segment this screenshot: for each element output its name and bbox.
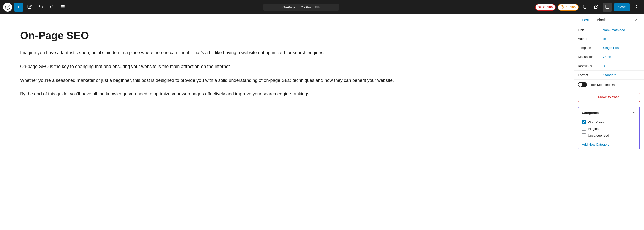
external-link-icon <box>594 5 598 10</box>
add-new-category-link[interactable]: Add New Category <box>578 141 639 149</box>
editor-area[interactable]: On-Page SEO Imagine you have a fantastic… <box>0 14 574 230</box>
toolbar-right: 7 / 100 0 / 100 <box>535 3 641 12</box>
readability-score-badge[interactable]: 0 / 100 <box>558 4 579 11</box>
lock-modified-date-toggle[interactable] <box>578 82 587 87</box>
tab-post[interactable]: Post <box>578 15 593 25</box>
paragraph-2[interactable]: On-page SEO is the key to changing that … <box>20 63 553 71</box>
more-options-button[interactable]: ⋮ <box>632 3 641 12</box>
main-area: On-Page SEO Imagine you have a fantastic… <box>0 14 644 230</box>
discussion-label: Discussion <box>578 55 603 59</box>
revisions-meta-row: Revisions 9 <box>574 61 644 71</box>
template-label: Template <box>578 46 603 50</box>
chevron-up-icon <box>632 110 636 115</box>
add-block-button[interactable]: + <box>14 3 23 12</box>
sidebar-icon <box>605 5 610 10</box>
seo-score-icon <box>538 5 542 9</box>
categories-list: WordPress Plugins Uncategorized <box>578 118 639 141</box>
author-label: Author <box>578 37 603 41</box>
post-body: Imagine you have a fantastic shop, but i… <box>20 49 553 98</box>
category-item-wordpress: WordPress <box>582 119 636 125</box>
readability-icon <box>561 5 564 9</box>
undo-button[interactable] <box>36 3 45 12</box>
view-button[interactable] <box>581 3 590 12</box>
paragraph-3[interactable]: Whether you’re a seasoned marketer or ju… <box>20 77 553 84</box>
svg-line-7 <box>596 5 598 7</box>
lock-modified-date-label: Lock Modified Date <box>589 83 617 87</box>
post-title-bar[interactable]: On-Page SEO · Post ⌘K <box>263 4 339 11</box>
svg-rect-8 <box>606 5 609 9</box>
template-value[interactable]: Single Posts <box>603 46 621 50</box>
link-value[interactable]: /rank-math-seo <box>603 28 625 32</box>
wp-logo[interactable] <box>3 3 12 12</box>
svg-rect-4 <box>583 5 587 8</box>
revisions-label: Revisions <box>578 64 603 68</box>
keyboard-shortcut: ⌘K <box>315 5 320 9</box>
paragraph-4[interactable]: By the end of this guide, you'll have al… <box>20 90 553 98</box>
edit-button[interactable] <box>25 3 34 12</box>
external-link-button[interactable] <box>592 3 601 12</box>
category-item-plugins: Plugins <box>582 125 636 132</box>
link-label: Link <box>578 28 603 32</box>
categories-section: Categories WordPress <box>578 107 640 149</box>
sidebar-tabs: Post Block <box>578 15 633 25</box>
undo-icon <box>38 4 43 10</box>
list-icon <box>61 4 65 10</box>
readability-score-text: 0 / 100 <box>566 5 576 9</box>
redo-icon <box>50 4 54 10</box>
save-button[interactable]: Save <box>614 3 630 11</box>
category-checkbox-plugins[interactable] <box>582 127 586 131</box>
sidebar-toggle-button[interactable] <box>603 3 612 12</box>
template-meta-row: Template Single Posts <box>574 43 644 52</box>
toolbar-center: On-Page SEO · Post ⌘K <box>69 4 533 11</box>
category-name-uncategorized: Uncategorized <box>588 134 609 137</box>
lock-modified-date-row: Lock Modified Date <box>574 80 644 90</box>
tab-block[interactable]: Block <box>593 15 610 25</box>
discussion-value[interactable]: Open <box>603 55 611 59</box>
seo-score-badge[interactable]: 7 / 100 <box>535 4 556 11</box>
category-name-wordpress: WordPress <box>588 120 604 124</box>
category-name-plugins: Plugins <box>588 127 599 131</box>
link-meta-row: Link /rank-math-seo <box>574 26 644 34</box>
redo-button[interactable] <box>47 3 56 12</box>
category-checkbox-wordpress[interactable] <box>582 120 586 124</box>
sidebar-content: Link /rank-math-seo Author test Template… <box>574 26 644 230</box>
close-sidebar-button[interactable]: × <box>633 17 640 24</box>
paragraph-1[interactable]: Imagine you have a fantastic shop, but i… <box>20 49 553 57</box>
author-value[interactable]: test <box>603 37 608 41</box>
toolbar: + <box>0 0 644 14</box>
more-icon: ⋮ <box>634 4 639 10</box>
monitor-icon <box>583 5 587 10</box>
revisions-value[interactable]: 9 <box>603 64 605 68</box>
category-checkbox-uncategorized[interactable] <box>582 133 586 137</box>
edit-icon <box>27 4 32 10</box>
sidebar: Post Block × Link /rank-math-seo Author … <box>574 14 644 230</box>
move-to-trash-button[interactable]: Move to trash <box>578 93 640 102</box>
post-heading[interactable]: On-Page SEO <box>20 29 553 42</box>
discussion-meta-row: Discussion Open <box>574 52 644 61</box>
format-label: Format <box>578 73 603 77</box>
post-title-text: On-Page SEO · Post <box>282 5 312 9</box>
document-overview-button[interactable] <box>58 3 67 12</box>
plus-icon: + <box>17 4 20 10</box>
optimize-link: optimize <box>154 91 171 96</box>
categories-title: Categories <box>582 111 599 115</box>
sidebar-header: Post Block × <box>574 14 644 26</box>
seo-score-text: 7 / 100 <box>543 5 553 9</box>
format-meta-row: Format Standard <box>574 71 644 80</box>
categories-header[interactable]: Categories <box>578 107 639 118</box>
author-meta-row: Author test <box>574 34 644 43</box>
format-value[interactable]: Standard <box>603 73 616 77</box>
category-item-uncategorized: Uncategorized <box>582 132 636 139</box>
